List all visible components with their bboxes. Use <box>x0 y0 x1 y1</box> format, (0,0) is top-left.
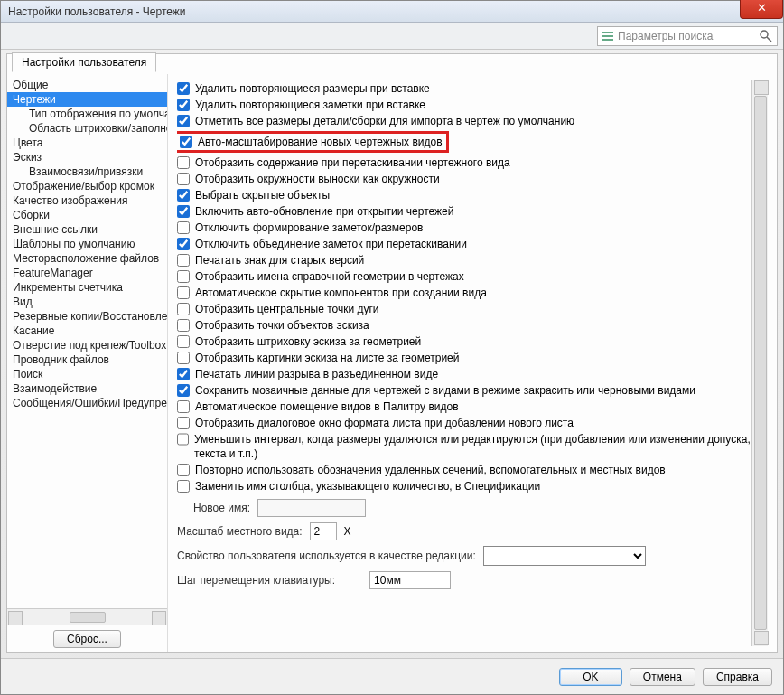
sidebar-item[interactable]: Инкременты счетчика <box>7 280 167 295</box>
option-row: Печатать линии разрыва в разъединенном в… <box>177 367 751 381</box>
search-input[interactable]: Параметры поиска <box>597 26 778 46</box>
option-checkbox[interactable] <box>177 205 190 218</box>
option-label: Заменить имя столбца, указывающего колич… <box>195 479 540 493</box>
nav-tree[interactable]: ОбщиеЧертежиТип отображения по умолчанию… <box>7 76 167 608</box>
content-vscrollbar[interactable] <box>751 80 768 646</box>
ok-button[interactable]: OK <box>559 668 622 686</box>
sidebar-item[interactable]: Область штриховки/заполнения <box>7 121 167 136</box>
search-icon[interactable] <box>759 29 773 43</box>
local-scale-row: Масштаб местного вида:X <box>177 522 751 540</box>
option-row: Сохранить мозаичные данные для чертежей … <box>177 383 751 398</box>
sidebar-item[interactable]: Поиск <box>7 367 167 381</box>
sidebar-item[interactable]: Цвета <box>7 136 167 150</box>
option-checkbox[interactable] <box>177 82 190 95</box>
option-row: Отобразить диалоговое окно формата листа… <box>177 416 751 430</box>
sidebar-item[interactable]: Внешние ссылки <box>7 222 167 237</box>
option-row: Отключить формирование заметок/размеров <box>177 221 751 235</box>
option-checkbox[interactable] <box>177 173 190 185</box>
option-row: Авто-масштабирование новых чертежных вид… <box>177 131 449 153</box>
sidebar-item[interactable]: Взаимодействие <box>7 381 167 396</box>
scrollbar-thumb[interactable] <box>754 96 767 630</box>
kbstep-input[interactable] <box>369 571 451 589</box>
option-label: Отключить формирование заметок/размеров <box>195 221 423 235</box>
local-scale-input[interactable] <box>310 522 337 540</box>
sidebar-item[interactable]: Чертежи <box>7 92 167 107</box>
new-name-label: Новое имя: <box>193 502 250 514</box>
option-checkbox[interactable] <box>177 254 190 267</box>
option-checkbox[interactable] <box>177 156 190 169</box>
option-checkbox[interactable] <box>177 417 190 429</box>
option-row: Удалить повторяющиеся размеры при вставк… <box>177 81 751 96</box>
sidebar-item[interactable]: Общие <box>7 78 167 92</box>
svg-point-3 <box>761 31 768 38</box>
sidebar-hscrollbar[interactable] <box>7 608 167 625</box>
svg-rect-1 <box>602 35 613 37</box>
reset-button[interactable]: Сброс... <box>53 630 121 648</box>
sidebar-item[interactable]: Отверстие под крепеж/Toolbox <box>7 338 167 352</box>
user-settings-dialog: Настройки пользователя - Чертежи ✕ Парам… <box>0 0 784 695</box>
sidebar-item[interactable]: Качество изображения <box>7 193 167 208</box>
sidebar-item[interactable]: Шаблоны по умолчанию <box>7 237 167 251</box>
option-checkbox[interactable] <box>180 136 192 148</box>
sidebar-item[interactable]: Отображение/выбор кромок <box>7 179 167 193</box>
option-row: Удалить повторяющиеся заметки при вставк… <box>177 98 751 112</box>
cancel-button[interactable]: Отмена <box>630 668 695 686</box>
sidebar-item[interactable]: FeatureManager <box>7 266 167 280</box>
sidebar-item[interactable]: Сборки <box>7 208 167 222</box>
option-label: Печатать линии разрыва в разъединенном в… <box>195 367 438 381</box>
option-label: Отобразить содержание при перетаскивании… <box>195 155 510 170</box>
option-checkbox[interactable] <box>177 352 190 364</box>
tab-label: Настройки пользователя <box>22 56 146 69</box>
sidebar-item[interactable]: Тип отображения по умолчанию <box>7 107 167 121</box>
sidebar-item[interactable]: Сообщения/Ошибки/Предупреждения <box>7 396 167 410</box>
option-checkbox[interactable] <box>177 99 190 111</box>
option-label: Включить авто-обновление при открытии че… <box>195 204 453 219</box>
option-label: Отобразить диалоговое окно формата листа… <box>195 416 574 430</box>
option-checkbox[interactable] <box>177 189 190 202</box>
option-label: Отобразить имена справочной геометрии в … <box>195 269 464 284</box>
option-checkbox[interactable] <box>177 433 189 446</box>
sidebar-item[interactable]: Резервные копии/Восстановление <box>7 309 167 324</box>
option-checkbox[interactable] <box>177 303 190 315</box>
kbstep-label: Шаг перемещения клавиатуры: <box>177 574 335 587</box>
option-checkbox[interactable] <box>177 221 190 234</box>
sidebar-item[interactable]: Месторасположение файлов <box>7 251 167 266</box>
close-icon: ✕ <box>757 1 767 14</box>
option-checkbox[interactable] <box>177 368 190 380</box>
sidebar-item[interactable]: Взаимосвязи/привязки <box>7 164 167 179</box>
sidebar-item[interactable]: Касание <box>7 324 167 338</box>
scrollbar-thumb[interactable] <box>70 612 106 623</box>
sidebar-item[interactable]: Проводник файлов <box>7 352 167 367</box>
userprop-combo[interactable] <box>483 546 646 566</box>
option-row: Отобразить содержание при перетаскивании… <box>177 155 751 170</box>
new-name-input[interactable] <box>257 499 366 517</box>
option-checkbox[interactable] <box>177 480 190 493</box>
option-row: Уменьшить интервал, когда размеры удаляю… <box>177 432 751 461</box>
tab-user-settings[interactable]: Настройки пользователя <box>12 52 156 72</box>
svg-line-4 <box>767 37 771 42</box>
option-checkbox[interactable] <box>177 400 190 413</box>
option-checkbox[interactable] <box>177 384 190 397</box>
option-row: Автоматическое помещение видов в Палитру… <box>177 399 751 414</box>
option-label: Отобразить центральные точки дуги <box>195 302 379 316</box>
option-checkbox[interactable] <box>177 238 190 250</box>
svg-rect-2 <box>602 39 613 41</box>
reset-row: Сброс... <box>7 625 167 652</box>
option-checkbox[interactable] <box>177 270 190 283</box>
help-button[interactable]: Справка <box>703 668 772 686</box>
option-checkbox[interactable] <box>177 115 190 127</box>
titlebar: Настройки пользователя - Чертежи ✕ <box>1 1 783 23</box>
option-row: Отобразить окружности выноски как окружн… <box>177 172 751 186</box>
option-checkbox[interactable] <box>177 335 190 348</box>
option-label: Выбрать скрытые объекты <box>195 188 330 202</box>
option-checkbox[interactable] <box>177 464 190 476</box>
option-row: Выбрать скрытые объекты <box>177 188 751 202</box>
option-label: Авто-масштабирование новых чертежных вид… <box>198 135 443 149</box>
option-label: Отобразить точки объектов эскиза <box>195 318 369 333</box>
sidebar-item[interactable]: Эскиз <box>7 150 167 164</box>
close-button[interactable]: ✕ <box>740 0 783 19</box>
option-row: Отобразить центральные точки дуги <box>177 302 751 316</box>
option-checkbox[interactable] <box>177 319 190 332</box>
sidebar-item[interactable]: Вид <box>7 295 167 309</box>
option-checkbox[interactable] <box>177 286 190 299</box>
